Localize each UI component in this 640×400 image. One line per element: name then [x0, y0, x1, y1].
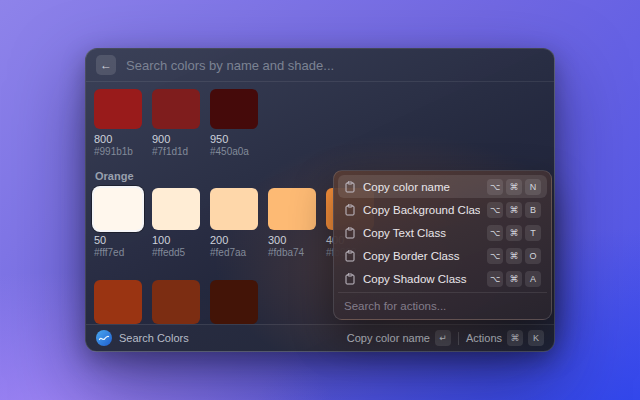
clipboard-icon [344, 204, 356, 216]
color-swatch-cell [210, 280, 258, 324]
key-badge: ⌥ [487, 225, 503, 241]
shade-label: 100 [152, 234, 200, 246]
primary-action-button[interactable]: Copy color name ↵ [347, 330, 451, 346]
key-badge: ⌘ [506, 225, 522, 241]
desktop-background: ← 800 #991b1b 900 #7f1d1d 950 [0, 0, 640, 400]
primary-action-label: Copy color name [347, 332, 430, 344]
color-swatch[interactable] [210, 280, 258, 324]
hex-label: #ffedd5 [152, 247, 200, 258]
color-swatch-cell: 950 #450a0a [210, 89, 258, 157]
color-swatch[interactable] [210, 89, 258, 129]
search-colors-icon [96, 330, 112, 346]
action-item-copy-color-name[interactable]: Copy color name ⌥ ⌘ N [338, 175, 547, 198]
color-swatch-cell: 200 #fed7aa [210, 188, 258, 258]
action-item-label: Copy Background Class [363, 204, 480, 216]
action-item-copy-shadow-class[interactable]: Copy Shadow Class ⌥ ⌘ A [338, 267, 547, 290]
color-swatch[interactable] [268, 188, 316, 230]
action-item-copy-border-class[interactable]: Copy Border Class ⌥ ⌘ O [338, 244, 547, 267]
shade-label: 800 [94, 133, 142, 145]
action-item-copy-text-class[interactable]: Copy Text Class ⌥ ⌘ T [338, 221, 547, 244]
actions-button[interactable]: Actions ⌘ K [466, 330, 544, 346]
key-badge: ⌥ [487, 179, 503, 195]
color-swatch[interactable] [152, 89, 200, 129]
color-swatch[interactable] [152, 280, 200, 324]
clipboard-icon [344, 181, 356, 193]
shortcut-keys: ⌥ ⌘ T [487, 225, 541, 241]
k-key-badge: K [528, 330, 544, 346]
shortcut-keys: ⌥ ⌘ N [487, 179, 541, 195]
key-badge: ⌥ [487, 202, 503, 218]
footer-divider [458, 332, 459, 345]
shade-label: 900 [152, 133, 200, 145]
color-swatch-cell: 100 #ffedd5 [152, 188, 200, 258]
key-badge: ⌥ [487, 271, 503, 287]
color-swatch[interactable] [94, 89, 142, 129]
back-button[interactable]: ← [96, 55, 116, 75]
cmd-key-badge: ⌘ [507, 330, 523, 346]
action-item-label: Copy Shadow Class [363, 273, 480, 285]
hex-label: #991b1b [94, 146, 142, 157]
key-badge: ⌥ [487, 248, 503, 264]
enter-key-badge: ↵ [435, 330, 451, 346]
action-item-copy-background-class[interactable]: Copy Background Class ⌥ ⌘ B [338, 198, 547, 221]
hex-label: #7f1d1d [152, 146, 200, 157]
color-swatch-cell: 300 #fdba74 [268, 188, 316, 258]
shade-label: 200 [210, 234, 258, 246]
shade-label: 300 [268, 234, 316, 246]
back-arrow-icon: ← [100, 58, 112, 72]
hex-label: #fed7aa [210, 247, 258, 258]
color-swatch-cell [152, 280, 200, 324]
hex-label: #fff7ed [94, 247, 142, 258]
color-swatch-cell: 800 #991b1b [94, 89, 142, 157]
shortcut-keys: ⌥ ⌘ O [487, 248, 541, 264]
key-badge: A [525, 271, 541, 287]
hex-label: #450a0a [210, 146, 258, 157]
action-item-label: Copy Border Class [363, 250, 480, 262]
color-swatch-selected[interactable] [94, 188, 142, 230]
key-badge: ⌘ [506, 202, 522, 218]
key-badge: ⌘ [506, 179, 522, 195]
clipboard-icon [344, 250, 356, 262]
status-bar: Search Colors Copy color name ↵ Actions … [86, 324, 554, 351]
shortcut-keys: ⌥ ⌘ B [487, 202, 541, 218]
color-swatch[interactable] [210, 188, 258, 230]
shade-label: 950 [210, 133, 258, 145]
red-swatch-row: 800 #991b1b 900 #7f1d1d 950 #450a0a [94, 89, 546, 157]
key-badge: N [525, 179, 541, 195]
action-panel: Copy color name ⌥ ⌘ N Copy Background Cl… [333, 170, 552, 320]
shortcut-keys: ⌥ ⌘ A [487, 271, 541, 287]
clipboard-icon [344, 227, 356, 239]
key-badge: T [525, 225, 541, 241]
key-badge: ⌘ [506, 248, 522, 264]
clipboard-icon [344, 273, 356, 285]
search-input[interactable] [126, 58, 544, 73]
color-swatch[interactable] [94, 280, 142, 324]
color-swatch-cell: 900 #7f1d1d [152, 89, 200, 157]
actions-label: Actions [466, 332, 502, 344]
key-badge: B [525, 202, 541, 218]
action-item-label: Copy color name [363, 181, 480, 193]
hex-label: #fdba74 [268, 247, 316, 258]
action-item-label: Copy Text Class [363, 227, 480, 239]
shade-label: 50 [94, 234, 142, 246]
color-swatch[interactable] [152, 188, 200, 230]
color-swatch-cell: 50 #fff7ed [94, 188, 142, 258]
color-swatch-cell [94, 280, 142, 324]
key-badge: O [525, 248, 541, 264]
app-name: Search Colors [119, 332, 189, 344]
actions-search-input[interactable] [344, 300, 541, 312]
actions-search-bar [338, 292, 547, 319]
key-badge: ⌘ [506, 271, 522, 287]
search-bar: ← [86, 49, 554, 82]
